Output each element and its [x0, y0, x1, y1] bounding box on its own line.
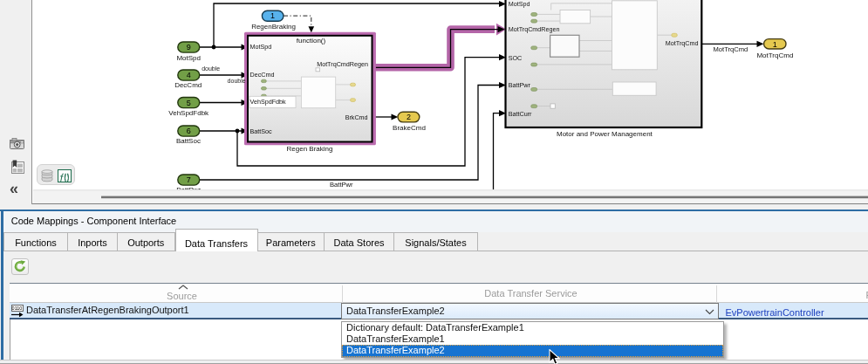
- svg-text:BattCurr: BattCurr: [509, 110, 532, 118]
- svg-text:1: 1: [773, 40, 777, 49]
- svg-text:RegenBraking: RegenBraking: [251, 23, 296, 31]
- svg-text:double: double: [228, 78, 246, 84]
- svg-text:SOC: SOC: [509, 54, 523, 62]
- svg-text:Motor and Power Management: Motor and Power Management: [557, 130, 653, 138]
- svg-text:1: 1: [270, 11, 275, 20]
- svg-text:MotSpd: MotSpd: [250, 43, 272, 51]
- svg-text:double: double: [202, 65, 220, 72]
- svg-text:BrakeCmd: BrakeCmd: [393, 124, 426, 132]
- svg-text:4: 4: [187, 71, 191, 79]
- svg-text:BattPwr: BattPwr: [509, 81, 531, 89]
- svg-text:MotTrqCmdRegen: MotTrqCmdRegen: [317, 60, 368, 68]
- svg-text:function(): function(): [297, 37, 326, 45]
- svg-text:Regen Braking: Regen Braking: [287, 145, 333, 153]
- svg-text:BattSoc: BattSoc: [176, 137, 201, 145]
- svg-text:2: 2: [407, 113, 411, 121]
- svg-text:VehSpdFdbk: VehSpdFdbk: [168, 109, 209, 117]
- svg-text:9: 9: [187, 43, 191, 52]
- svg-text:6: 6: [187, 127, 191, 135]
- svg-text:BattPwr: BattPwr: [330, 181, 353, 189]
- svg-text:7: 7: [187, 175, 191, 184]
- svg-text:MotSpd: MotSpd: [509, 0, 530, 8]
- svg-text:DecCmd: DecCmd: [250, 71, 275, 79]
- svg-text:BattSoc: BattSoc: [250, 127, 273, 135]
- svg-text:DecCmd: DecCmd: [174, 81, 202, 89]
- svg-text:MotTrqCmd: MotTrqCmd: [666, 39, 699, 47]
- svg-text:MotTrqCmd: MotTrqCmd: [714, 45, 748, 53]
- svg-text:5: 5: [187, 99, 191, 107]
- svg-text:VehSpdFdbk: VehSpdFdbk: [250, 98, 287, 106]
- svg-text:MotSpd: MotSpd: [176, 54, 201, 62]
- svg-text:MotTrqCmd: MotTrqCmd: [756, 52, 793, 59]
- svg-text:BrkCmd: BrkCmd: [345, 113, 368, 121]
- svg-text:MotTrqCmdRegen: MotTrqCmdRegen: [509, 25, 560, 33]
